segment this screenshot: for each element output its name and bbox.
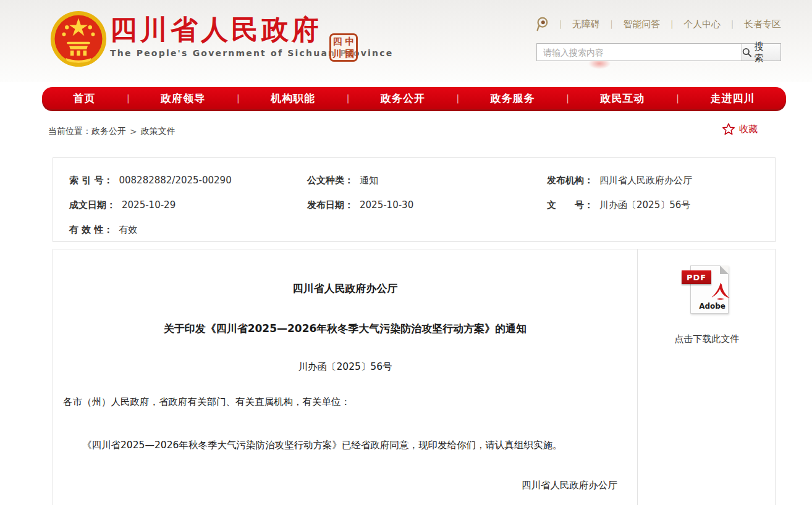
search-input[interactable] <box>536 43 742 61</box>
main-nav: 首页 | 政府领导 | 机构职能 | 政务公开 | 政务服务 | 政民互动 | … <box>42 87 786 109</box>
meta-value: 2025-10-29 <box>122 199 176 211</box>
nav-item-government-leaders[interactable]: 政府领导 <box>161 91 205 106</box>
breadcrumb-link-zhengwugongkai[interactable]: 政务公开 <box>91 126 126 137</box>
meta-label: 文 号： <box>547 199 593 211</box>
nav-item-into-sichuan[interactable]: 走进四川 <box>710 91 755 106</box>
pdf-file-icon: Adobe PDF <box>682 265 732 314</box>
document-number: 川办函〔2025〕56号 <box>63 361 627 374</box>
link-smart-qa[interactable]: 智能问答 <box>624 19 661 30</box>
search-button-label: 搜 索 <box>755 41 780 64</box>
meta-value: 2025-10-30 <box>360 199 413 211</box>
document-meta-table: 索 引 号： 008282882/2025-00290 公文种类： 通知 发布机… <box>53 157 776 242</box>
pdf-download-link[interactable]: Adobe PDF 点击下载此文件 <box>675 265 740 345</box>
meta-publish-date: 发布日期： 2025-10-30 <box>307 193 547 217</box>
meta-label: 发布日期： <box>307 199 353 211</box>
seal-char: 川 <box>331 48 344 60</box>
utility-links: ｜ 无障碍 ｜ 智能问答 ｜ 个人中心 ｜ 长者专区 <box>535 17 781 31</box>
seal-char: 國 <box>344 48 356 60</box>
panda-logo-icon[interactable] <box>535 17 549 31</box>
nav-item-institutional-functions[interactable]: 机构职能 <box>271 91 315 106</box>
nav-separator: | <box>676 93 679 103</box>
breadcrumb-separator: > <box>130 127 137 136</box>
separator: ｜ <box>728 19 737 30</box>
adobe-swirl-icon <box>708 282 733 303</box>
download-sidebar: Adobe PDF 点击下载此文件 <box>637 249 776 505</box>
nav-separator: | <box>237 93 240 103</box>
favorite-label: 收藏 <box>739 123 758 135</box>
link-personal-center[interactable]: 个人中心 <box>683 19 721 30</box>
meta-index-number: 索 引 号： 008282882/2025-00290 <box>69 168 307 193</box>
meta-validity: 有 效 性： 有效 <box>69 217 307 242</box>
meta-written-date: 成文日期： 2025-10-29 <box>69 193 307 217</box>
document-title: 关于印发《四川省2025—2026年秋冬季大气污染防治攻坚行动方案》的通知 <box>63 322 627 336</box>
separator: ｜ <box>556 19 565 30</box>
nav-item-government-services[interactable]: 政务服务 <box>491 91 535 106</box>
national-emblem-logo <box>49 10 108 68</box>
breadcrumb: 当前位置： 政务公开 > 政策文件 <box>48 125 781 138</box>
document-salutation: 各市（州）人民政府，省政府有关部门、有关直属机构，有关单位： <box>63 396 627 409</box>
link-senior-zone[interactable]: 长者专区 <box>744 19 781 30</box>
document-signature: 四川省人民政府办公厅 <box>63 479 627 492</box>
document-paragraph: 《四川省2025—2026年秋冬季大气污染防治攻坚行动方案》已经省政府同意，现印… <box>63 437 627 453</box>
pdf-fold-corner <box>720 265 729 274</box>
document-body: 四川省人民政府办公厅 关于印发《四川省2025—2026年秋冬季大气污染防治攻坚… <box>53 249 637 505</box>
meta-value: 008282882/2025-00290 <box>119 175 231 186</box>
china-sichuan-seal: 四 中 川 國 <box>329 33 358 62</box>
meta-label: 公文种类： <box>307 175 353 186</box>
pdf-download-label[interactable]: 点击下载此文件 <box>675 333 740 345</box>
search-bar: 搜 索 <box>536 43 781 61</box>
document-content-panel: 四川省人民政府办公厅 关于印发《四川省2025—2026年秋冬季大气污染防治攻坚… <box>53 249 776 505</box>
meta-issuing-agency: 发布机构： 四川省人民政府办公厅 <box>547 168 775 193</box>
favorite-button[interactable]: 收藏 <box>722 122 758 136</box>
star-icon <box>722 122 735 136</box>
separator: ｜ <box>668 19 677 30</box>
site-header: 四川省人民政府 The People's Government of Sichu… <box>0 0 812 82</box>
meta-value: 四川省人民政府办公厅 <box>599 175 692 186</box>
meta-label: 有 效 性： <box>69 224 112 236</box>
breadcrumb-prefix: 当前位置： <box>48 126 91 137</box>
nav-item-public-interaction[interactable]: 政民互动 <box>601 91 645 106</box>
meta-document-number: 文 号： 川办函〔2025〕56号 <box>547 193 775 217</box>
link-accessibility[interactable]: 无障碍 <box>572 19 600 30</box>
meta-value: 川办函〔2025〕56号 <box>599 199 690 211</box>
search-icon <box>742 48 752 57</box>
nav-separator: | <box>457 93 460 103</box>
document-org-title: 四川省人民政府办公厅 <box>63 282 627 296</box>
nav-item-home[interactable]: 首页 <box>74 91 96 106</box>
pdf-badge: PDF <box>682 270 711 284</box>
separator: ｜ <box>607 19 616 30</box>
nav-separator: | <box>347 93 350 103</box>
adobe-label: Adobe <box>699 302 725 311</box>
meta-label: 索 引 号： <box>69 175 112 186</box>
meta-label: 发布机构： <box>547 175 593 186</box>
meta-document-type: 公文种类： 通知 <box>307 168 547 193</box>
seal-char: 中 <box>344 35 356 48</box>
meta-value: 通知 <box>360 175 378 186</box>
nav-item-government-affairs[interactable]: 政务公开 <box>381 91 425 106</box>
nav-separator: | <box>566 93 569 103</box>
nav-separator: | <box>127 93 130 103</box>
breadcrumb-link-policy-documents[interactable]: 政策文件 <box>141 126 176 137</box>
meta-value: 有效 <box>119 224 137 236</box>
meta-label: 成文日期： <box>69 199 116 211</box>
search-button[interactable]: 搜 索 <box>742 43 781 61</box>
seal-char: 四 <box>331 35 344 48</box>
